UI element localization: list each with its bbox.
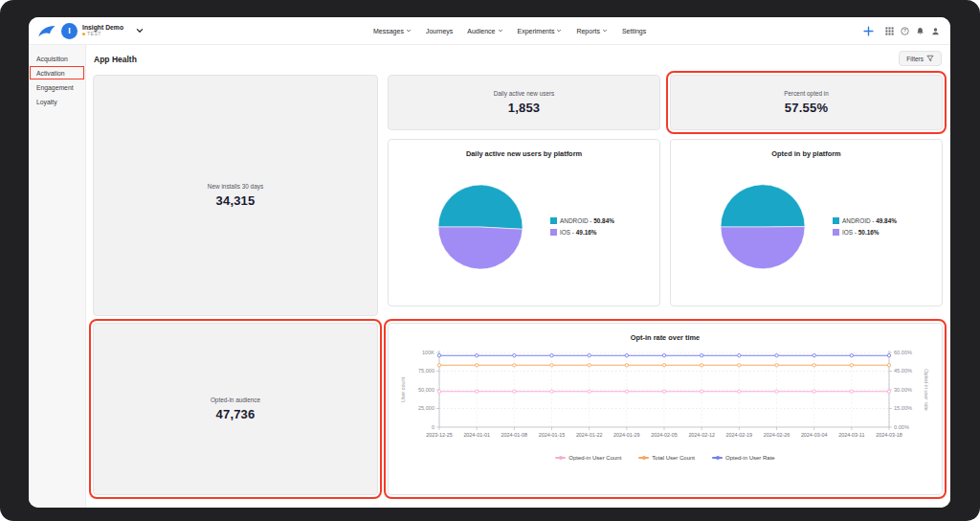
topbar: I Insight Demo TEST MessagesJourneysAudi…: [29, 17, 950, 45]
stat-value: 1,853: [508, 101, 541, 115]
apps-grid-icon[interactable]: [885, 27, 894, 35]
project-avatar[interactable]: I: [61, 23, 78, 39]
nav-item-journeys[interactable]: Journeys: [426, 28, 453, 34]
stat-value: 57.55%: [785, 101, 828, 115]
env-dot-icon: [82, 33, 85, 35]
platform-pie-chart: [716, 180, 810, 274]
legend-marker-icon: [712, 457, 723, 459]
chart-title: Opted in by platform: [671, 149, 942, 158]
card-dau-by-platform: Daily active new users by platform ANDRO…: [388, 139, 660, 306]
svg-text:2024-03-04: 2024-03-04: [801, 432, 828, 438]
svg-text:2023-12-25: 2023-12-25: [426, 432, 453, 438]
svg-text:2024-01-01: 2024-01-01: [463, 432, 490, 438]
topbar-actions: ?: [863, 17, 940, 44]
sidebar-item-engagement[interactable]: Engagement: [31, 81, 83, 93]
card-opted-in-audience: Opted-in audience 47,736: [93, 323, 378, 495]
pie-slice-android: [721, 184, 805, 226]
legend-swatch-icon: [550, 229, 557, 236]
legend-item-ios: IOS - 49.16%: [550, 229, 614, 236]
svg-text:0.00%: 0.00%: [894, 424, 909, 430]
pie-slice-android: [438, 185, 523, 229]
legend-item-opted-in-user-rate: Opted-in User Rate: [712, 455, 775, 461]
filters-button[interactable]: Filters: [899, 51, 942, 66]
legend-marker-icon: [638, 457, 649, 459]
sidebar-item-acquisition[interactable]: Acquisition: [31, 53, 83, 64]
svg-text:2024-01-15: 2024-01-15: [539, 432, 566, 438]
workspace-switcher[interactable]: I Insight Demo TEST: [37, 17, 145, 44]
svg-text:2024-02-26: 2024-02-26: [764, 432, 791, 438]
svg-text:2024-03-18: 2024-03-18: [876, 432, 902, 438]
svg-text:50,000: 50,000: [418, 387, 434, 393]
chart-title: Opt-in rate over time: [389, 333, 942, 342]
sidebar-item-loyalty[interactable]: Loyalty: [31, 96, 83, 107]
create-plus-icon[interactable]: [863, 26, 874, 36]
series-opted-in-user-count: [437, 390, 890, 393]
card-opted-in-by-platform: Opted in by platform ANDROID - 49.84%IOS…: [670, 139, 943, 306]
sidebar-item-activation[interactable]: Activation: [31, 67, 83, 79]
legend-marker-icon: [555, 457, 566, 459]
nav-item-experiments[interactable]: Experiments: [518, 28, 563, 34]
svg-text:2024-01-08: 2024-01-08: [501, 432, 528, 438]
stat-title: New installs 30 days: [208, 183, 263, 190]
stat-value: 47,736: [216, 407, 256, 421]
stat-title: Daily active new users: [494, 90, 555, 97]
pie-legend: ANDROID - 49.84%IOS - 50.16%: [833, 217, 897, 236]
card-daily-active-users: Daily active new users 1,853: [388, 75, 660, 130]
legend-swatch-icon: [550, 217, 557, 224]
project-environment: TEST: [82, 32, 123, 37]
env-label: TEST: [87, 32, 101, 37]
svg-text:2024-02-12: 2024-02-12: [688, 432, 715, 438]
svg-text:30.00%: 30.00%: [894, 387, 912, 393]
x-axis-labels: 2023-12-252024-01-012024-01-082024-01-15…: [426, 427, 902, 438]
series-opted-in-user-rate: [437, 353, 890, 356]
left-axis-title: User count: [400, 376, 406, 402]
nav-item-reports[interactable]: Reports: [576, 28, 608, 34]
svg-text:2024-02-05: 2024-02-05: [651, 432, 678, 438]
main-area: App Health Filters New installs 30 days …: [86, 44, 950, 508]
legend-item-android: ANDROID - 49.84%: [833, 217, 897, 224]
screenshot-frame: I Insight Demo TEST MessagesJourneysAudi…: [0, 0, 980, 521]
filter-funnel-icon: [926, 55, 934, 63]
account-user-icon[interactable]: [931, 27, 940, 35]
pie-slice-ios: [721, 226, 805, 268]
legend-item-ios: IOS - 50.16%: [833, 229, 897, 236]
svg-text:60.00%: 60.00%: [894, 350, 912, 355]
nav-item-settings[interactable]: Settings: [622, 28, 646, 34]
chart-title: Daily active new users by platform: [389, 149, 659, 158]
svg-text:2024-01-22: 2024-01-22: [576, 432, 603, 438]
stat-value: 34,315: [216, 193, 256, 208]
stat-title: Percent opted in: [784, 90, 829, 97]
svg-text:100K: 100K: [422, 350, 434, 355]
airship-logo-icon: [37, 24, 56, 38]
svg-text:2024-02-19: 2024-02-19: [726, 432, 753, 438]
svg-text:25,000: 25,000: [418, 405, 434, 411]
card-new-installs: New installs 30 days 34,315: [93, 75, 378, 316]
primary-nav: MessagesJourneysAudienceExperimentsRepor…: [373, 17, 646, 44]
legend-item-opted-in-user-count: Opted-in User Count: [555, 455, 621, 461]
sidebar: AcquisitionActivationEngagementLoyalty: [29, 44, 86, 508]
legend-item-android: ANDROID - 50.84%: [550, 217, 614, 224]
svg-text:15.00%: 15.00%: [894, 405, 912, 411]
svg-text:45.00%: 45.00%: [894, 368, 912, 374]
svg-text:75,000: 75,000: [418, 368, 434, 374]
series-total-user-count: [437, 364, 890, 367]
svg-text:2024-01-29: 2024-01-29: [613, 432, 640, 438]
legend-swatch-icon: [833, 217, 839, 224]
platform-pie-chart: [434, 180, 527, 274]
nav-item-messages[interactable]: Messages: [373, 28, 412, 34]
help-icon[interactable]: ?: [901, 27, 909, 35]
pie-legend: ANDROID - 50.84%IOS - 49.16%: [550, 217, 614, 236]
pie-slice-ios: [438, 227, 523, 269]
pie-chart-area: ANDROID - 50.84%IOS - 49.16%: [389, 158, 659, 295]
filters-label: Filters: [906, 56, 924, 62]
pie-chart-area: ANDROID - 49.84%IOS - 50.16%: [671, 158, 942, 295]
notifications-bell-icon[interactable]: [916, 27, 924, 35]
chevron-down-icon[interactable]: [135, 26, 145, 35]
project-info: Insight Demo TEST: [82, 24, 123, 37]
right-axis-title: Opted-in user rate: [924, 369, 929, 410]
dashboard-grid: New installs 30 days 34,315 Opted-in aud…: [93, 75, 943, 495]
svg-text:?: ?: [903, 28, 906, 34]
line-chart-legend: Opted-in User CountTotal User CountOpted…: [389, 455, 942, 461]
card-opt-in-rate-over-time: Opt-in rate over time 00.00%25,00015.00%…: [388, 323, 943, 495]
nav-item-audience[interactable]: Audience: [467, 28, 502, 34]
